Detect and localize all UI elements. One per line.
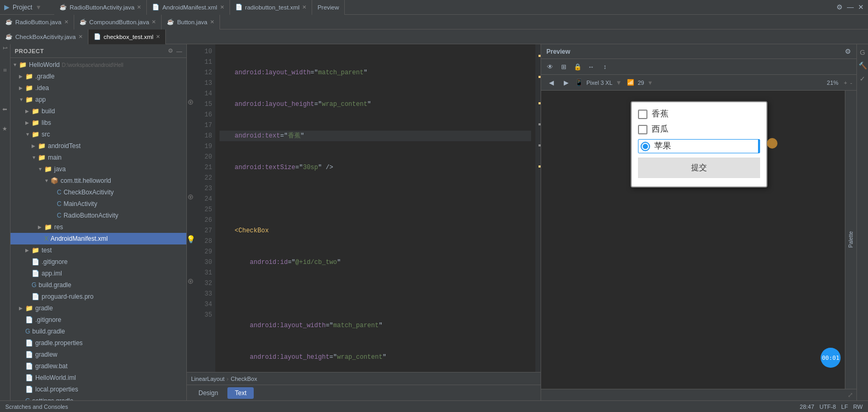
tab-checkbox-test[interactable]: 📄 checkbox_test.xml ✕ (88, 30, 166, 44)
folder-icon-4: 📁 (25, 96, 33, 103)
design-tab[interactable]: Design (191, 387, 225, 399)
breadcrumb-linearlayout[interactable]: LinearLayout (191, 376, 225, 382)
fold-icon-2[interactable]: ▼ (188, 194, 193, 200)
rp-todo-icon[interactable]: ✓ (860, 75, 865, 83)
tab-checkboxactivity[interactable]: ☕ CheckBoxAcitivity.java ✕ (0, 30, 88, 44)
code-editor[interactable]: ▼ ▼ 💡 (187, 44, 541, 400)
tree-gitignore-app[interactable]: ▶ 📄 .gitignore (11, 256, 186, 268)
favorites-icon[interactable]: ★ (2, 125, 8, 132)
tree-test[interactable]: ▶ 📁 test (11, 244, 186, 256)
close-icon-5[interactable]: ✕ (152, 19, 156, 25)
tree-proguard[interactable]: ▶ 📄 proguard-rules.pro (11, 291, 186, 302)
close-icon-6[interactable]: ✕ (210, 19, 214, 25)
tree-idea[interactable]: ▶ 📁 .idea (11, 82, 186, 94)
tree-libs[interactable]: ▶ 📁 libs (11, 117, 186, 129)
tree-settings-gradle[interactable]: ▶ G settings.gradle (11, 395, 186, 400)
preview-up-icon[interactable]: ↕ (599, 61, 611, 73)
tree-java[interactable]: ▼ 📁 java (11, 163, 186, 175)
tree-checkboxacitivity[interactable]: ▶ C CheckBoxAcitivity (11, 187, 186, 198)
tree-gradlew-bat[interactable]: ▶ 📄 gradlew.bat (11, 360, 186, 372)
preview-grid-icon[interactable]: ⊞ (558, 61, 570, 73)
tree-helloworld-iml[interactable]: ▶ 📄 HelloWorld.iml (11, 372, 186, 384)
project-label[interactable]: Project (13, 4, 32, 11)
settings-icon[interactable]: ⚙ (836, 3, 843, 11)
checkbox-1-label: 香蕉 (652, 109, 669, 120)
close-icon-8[interactable]: ✕ (156, 34, 160, 40)
expand-icon[interactable]: ⤢ (847, 391, 853, 399)
preview-arrow-icon[interactable]: ↔ (585, 61, 597, 73)
close-window-icon[interactable]: ✕ (858, 3, 864, 11)
fold-icon[interactable]: ▼ (188, 100, 193, 105)
code-lines[interactable]: android:layout_width="match_parent" andr… (215, 44, 535, 372)
checkbox-1-box[interactable] (638, 110, 647, 119)
rp-gradle-icon[interactable]: G (860, 48, 865, 56)
tree-radiobuttonactivity[interactable]: ▶ C RadioButtonActivity (11, 210, 186, 221)
zoom-in-icon[interactable]: + (844, 80, 847, 86)
tab-radiobuttonactivity[interactable]: ☕ RadioButtonActivity.java ✕ (54, 0, 147, 15)
fold-icon-3[interactable]: ▼ (188, 279, 193, 284)
checkbox-row-1[interactable]: 香蕉 (638, 109, 760, 120)
checkbox-row-3[interactable]: 苹果 (638, 139, 760, 153)
tree-mainactivity[interactable]: ▶ C MainActivity (11, 198, 186, 210)
close-icon-4[interactable]: ✕ (64, 19, 68, 25)
sidebar-collapse-icon[interactable]: — (176, 48, 182, 54)
tree-local-properties[interactable]: ▶ 📄 local.properties (11, 384, 186, 395)
preview-lock-icon[interactable]: 🔒 (572, 61, 583, 73)
tree-package[interactable]: ▼ 📦 com.ttit.helloworld (11, 175, 186, 187)
checkbox-3-circle[interactable] (641, 142, 650, 151)
tab-button[interactable]: ☕ Button.java ✕ (162, 15, 220, 30)
status-bar: Scratches and Consoles 28:47 UTF-8 LF RW (0, 400, 868, 412)
submit-button[interactable]: 提交 (638, 158, 760, 178)
tree-res[interactable]: ▶ 📁 res (11, 221, 186, 233)
preview-settings-icon[interactable]: ⚙ (845, 47, 851, 55)
tab-preview[interactable]: Preview (312, 0, 345, 15)
next-device-icon[interactable]: ▶ (560, 77, 572, 89)
scratches-status[interactable]: Scratches and Consoles (5, 404, 68, 410)
tree-gradle[interactable]: ▶ 📁 .gradle (11, 71, 186, 82)
encoding-indicator[interactable]: UTF-8 (820, 404, 836, 410)
text-tab[interactable]: Text (227, 387, 254, 399)
zoom-out-icon[interactable]: - (850, 80, 852, 86)
tree-build[interactable]: ▶ 📁 build (11, 105, 186, 117)
sidebar-settings-icon[interactable]: ⚙ (168, 47, 173, 54)
prev-device-icon[interactable]: ◀ (545, 77, 557, 89)
tree-gradlew[interactable]: ▶ 📄 gradlew (11, 349, 186, 360)
tree-main[interactable]: ▼ 📁 main (11, 152, 186, 163)
tab-radiobutton-test[interactable]: 📄 radiobutton_test.xml ✕ (230, 0, 313, 15)
line-col-indicator[interactable]: 28:47 (800, 404, 814, 410)
tree-build-gradle-app[interactable]: ▶ G build.gradle (11, 279, 186, 291)
tree-app[interactable]: ▼ 📁 app (11, 94, 186, 105)
tab-compoundbutton[interactable]: ☕ CompoundButton.java ✕ (74, 15, 162, 30)
tab-androidmanifest[interactable]: 📄 AndroidManifest.xml ✕ (147, 0, 230, 15)
tree-app-iml[interactable]: ▶ 📄 app.iml (11, 268, 186, 279)
close-icon-2[interactable]: ✕ (220, 4, 224, 10)
close-icon-3[interactable]: ✕ (302, 4, 306, 10)
preview-eye-icon[interactable]: 👁 (544, 61, 556, 73)
tab-radiobutton[interactable]: ☕ RadioButton.java ✕ (0, 15, 74, 30)
structure-icon[interactable]: ≡ (2, 68, 8, 72)
rp-build-icon[interactable]: 🔨 (859, 62, 867, 70)
minimize-icon[interactable]: — (847, 3, 854, 11)
project-tool-icon[interactable]: 1 (2, 46, 8, 50)
tree-androidtest[interactable]: ▶ 📁 androidTest (11, 140, 186, 152)
checkbox-row-2[interactable]: 西瓜 (638, 124, 760, 135)
tree-gradle-properties[interactable]: ▶ 📄 gradle.properties (11, 337, 186, 349)
device-name[interactable]: Pixel 3 XL (586, 80, 613, 86)
captures-icon[interactable]: ⬇ (2, 107, 8, 112)
palette-button[interactable]: Palette (845, 91, 856, 389)
api-level-arrow[interactable]: ▼ (647, 80, 653, 86)
checkbox-2-box[interactable] (638, 125, 647, 134)
tree-gradle-folder[interactable]: ▶ 📁 gradle (11, 302, 186, 314)
editor-scrollbar[interactable] (535, 44, 541, 372)
tree-androidmanifest[interactable]: ▶ X AndroidManifest.xml (11, 233, 186, 244)
line-sep-indicator[interactable]: LF (841, 404, 848, 410)
tab-androidmanifest-label: AndroidManifest.xml (162, 4, 217, 11)
breadcrumb-checkbox[interactable]: CheckBox (231, 376, 257, 382)
code-content[interactable]: ▼ ▼ 💡 (187, 44, 541, 372)
close-icon[interactable]: ✕ (137, 4, 141, 10)
close-icon-7[interactable]: ✕ (78, 34, 83, 40)
tree-src[interactable]: ▼ 📁 src (11, 129, 186, 140)
tree-build-gradle-root[interactable]: ▶ G build.gradle (11, 326, 186, 337)
tree-helloworld[interactable]: ▼ 📁 HelloWorld D:\workspace\android\Hell (11, 59, 186, 71)
tree-gitignore-root[interactable]: ▶ 📄 .gitignore (11, 314, 186, 326)
